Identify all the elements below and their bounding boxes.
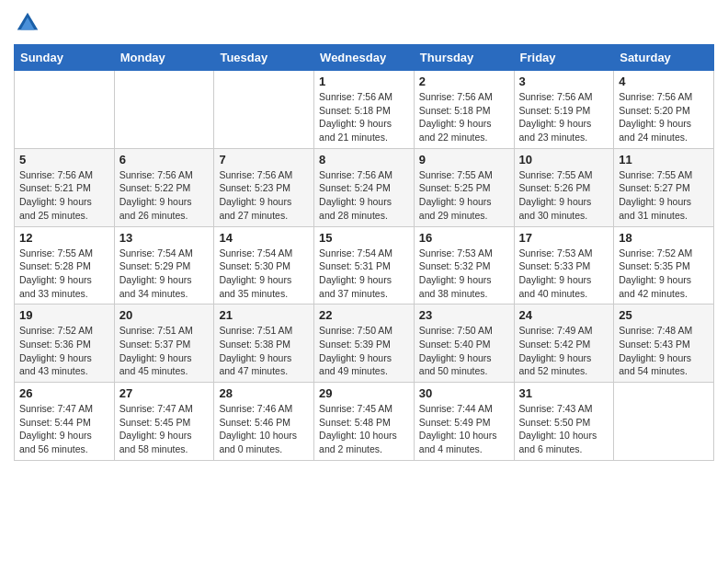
day-cell: 8Sunrise: 7:56 AM Sunset: 5:24 PM Daylig… [314, 148, 415, 226]
day-number: 12 [19, 231, 109, 245]
week-row-1: 1Sunrise: 7:56 AM Sunset: 5:18 PM Daylig… [15, 71, 714, 149]
day-info: Sunrise: 7:56 AM Sunset: 5:23 PM Dayligh… [219, 168, 309, 223]
day-cell: 31Sunrise: 7:43 AM Sunset: 5:50 PM Dayli… [514, 383, 614, 461]
day-number: 20 [119, 308, 210, 322]
day-info: Sunrise: 7:56 AM Sunset: 5:21 PM Dayligh… [19, 168, 109, 223]
weekday-header-monday: Monday [114, 45, 214, 71]
day-cell: 14Sunrise: 7:54 AM Sunset: 5:30 PM Dayli… [214, 226, 314, 304]
day-cell: 22Sunrise: 7:50 AM Sunset: 5:39 PM Dayli… [314, 304, 415, 383]
day-number: 23 [419, 308, 509, 322]
day-info: Sunrise: 7:56 AM Sunset: 5:18 PM Dayligh… [419, 90, 509, 144]
day-info: Sunrise: 7:51 AM Sunset: 5:37 PM Dayligh… [119, 324, 210, 378]
day-cell: 7Sunrise: 7:56 AM Sunset: 5:23 PM Daylig… [214, 148, 314, 226]
day-cell: 1Sunrise: 7:56 AM Sunset: 5:18 PM Daylig… [314, 71, 415, 149]
day-cell: 6Sunrise: 7:56 AM Sunset: 5:22 PM Daylig… [114, 148, 214, 226]
weekday-header-thursday: Thursday [414, 45, 514, 71]
weekday-header-wednesday: Wednesday [314, 45, 415, 71]
calendar: SundayMondayTuesdayWednesdayThursdayFrid… [14, 44, 714, 461]
weekday-header-tuesday: Tuesday [214, 45, 314, 71]
weekday-header-sunday: Sunday [15, 45, 115, 71]
logo [14, 9, 45, 37]
day-cell: 16Sunrise: 7:53 AM Sunset: 5:32 PM Dayli… [414, 226, 514, 304]
day-number: 10 [519, 153, 609, 167]
day-number: 26 [19, 386, 109, 400]
day-number: 7 [219, 153, 309, 167]
day-info: Sunrise: 7:43 AM Sunset: 5:50 PM Dayligh… [519, 402, 609, 456]
day-number: 31 [519, 386, 609, 400]
day-number: 24 [519, 308, 609, 322]
week-row-2: 5Sunrise: 7:56 AM Sunset: 5:21 PM Daylig… [15, 148, 714, 226]
weekday-header-friday: Friday [514, 45, 614, 71]
day-cell [114, 71, 214, 149]
day-info: Sunrise: 7:52 AM Sunset: 5:36 PM Dayligh… [19, 324, 109, 378]
day-cell: 10Sunrise: 7:55 AM Sunset: 5:26 PM Dayli… [514, 148, 614, 226]
day-info: Sunrise: 7:55 AM Sunset: 5:28 PM Dayligh… [19, 247, 109, 301]
day-number: 5 [19, 153, 109, 167]
day-cell [214, 71, 314, 149]
day-info: Sunrise: 7:44 AM Sunset: 5:49 PM Dayligh… [419, 402, 509, 456]
day-info: Sunrise: 7:48 AM Sunset: 5:43 PM Dayligh… [619, 324, 709, 378]
day-number: 17 [519, 231, 609, 245]
day-number: 19 [19, 308, 109, 322]
day-number: 2 [419, 75, 509, 88]
day-info: Sunrise: 7:56 AM Sunset: 5:18 PM Dayligh… [319, 90, 409, 144]
day-info: Sunrise: 7:45 AM Sunset: 5:48 PM Dayligh… [319, 402, 409, 456]
day-number: 11 [619, 153, 709, 167]
day-number: 30 [419, 386, 509, 400]
page: SundayMondayTuesdayWednesdayThursdayFrid… [0, 0, 728, 475]
day-number: 29 [319, 386, 409, 400]
day-cell [614, 383, 714, 461]
weekday-header-saturday: Saturday [614, 45, 714, 71]
day-info: Sunrise: 7:54 AM Sunset: 5:31 PM Dayligh… [319, 247, 409, 301]
day-info: Sunrise: 7:50 AM Sunset: 5:39 PM Dayligh… [319, 324, 409, 378]
day-cell: 13Sunrise: 7:54 AM Sunset: 5:29 PM Dayli… [114, 226, 214, 304]
logo-icon [14, 9, 41, 37]
day-info: Sunrise: 7:52 AM Sunset: 5:35 PM Dayligh… [619, 247, 709, 301]
day-cell: 11Sunrise: 7:55 AM Sunset: 5:27 PM Dayli… [614, 148, 714, 226]
day-info: Sunrise: 7:55 AM Sunset: 5:26 PM Dayligh… [519, 168, 609, 223]
day-number: 14 [219, 231, 309, 245]
day-cell: 26Sunrise: 7:47 AM Sunset: 5:44 PM Dayli… [15, 383, 115, 461]
day-number: 6 [119, 153, 210, 167]
day-number: 27 [119, 386, 210, 400]
day-info: Sunrise: 7:53 AM Sunset: 5:33 PM Dayligh… [519, 247, 609, 301]
day-info: Sunrise: 7:53 AM Sunset: 5:32 PM Dayligh… [419, 247, 509, 301]
day-cell: 29Sunrise: 7:45 AM Sunset: 5:48 PM Dayli… [314, 383, 415, 461]
day-cell: 2Sunrise: 7:56 AM Sunset: 5:18 PM Daylig… [414, 71, 514, 149]
day-cell: 19Sunrise: 7:52 AM Sunset: 5:36 PM Dayli… [15, 304, 115, 383]
week-row-5: 26Sunrise: 7:47 AM Sunset: 5:44 PM Dayli… [15, 383, 714, 461]
day-cell: 3Sunrise: 7:56 AM Sunset: 5:19 PM Daylig… [514, 71, 614, 149]
day-number: 15 [319, 231, 409, 245]
day-cell: 12Sunrise: 7:55 AM Sunset: 5:28 PM Dayli… [15, 226, 115, 304]
day-cell: 15Sunrise: 7:54 AM Sunset: 5:31 PM Dayli… [314, 226, 415, 304]
day-info: Sunrise: 7:56 AM Sunset: 5:20 PM Dayligh… [619, 90, 709, 144]
day-number: 8 [319, 153, 409, 167]
day-cell: 27Sunrise: 7:47 AM Sunset: 5:45 PM Dayli… [114, 383, 214, 461]
day-cell: 28Sunrise: 7:46 AM Sunset: 5:46 PM Dayli… [214, 383, 314, 461]
day-number: 25 [619, 308, 709, 322]
day-number: 18 [619, 231, 709, 245]
day-cell: 21Sunrise: 7:51 AM Sunset: 5:38 PM Dayli… [214, 304, 314, 383]
day-number: 16 [419, 231, 509, 245]
weekday-header-row: SundayMondayTuesdayWednesdayThursdayFrid… [15, 45, 714, 71]
day-cell: 17Sunrise: 7:53 AM Sunset: 5:33 PM Dayli… [514, 226, 614, 304]
day-cell [15, 71, 115, 149]
day-info: Sunrise: 7:56 AM Sunset: 5:22 PM Dayligh… [119, 168, 210, 223]
day-cell: 9Sunrise: 7:55 AM Sunset: 5:25 PM Daylig… [414, 148, 514, 226]
day-info: Sunrise: 7:46 AM Sunset: 5:46 PM Dayligh… [219, 402, 309, 456]
day-info: Sunrise: 7:47 AM Sunset: 5:45 PM Dayligh… [119, 402, 210, 456]
day-cell: 25Sunrise: 7:48 AM Sunset: 5:43 PM Dayli… [614, 304, 714, 383]
header [14, 9, 714, 37]
day-cell: 24Sunrise: 7:49 AM Sunset: 5:42 PM Dayli… [514, 304, 614, 383]
day-number: 4 [619, 75, 709, 88]
day-info: Sunrise: 7:55 AM Sunset: 5:25 PM Dayligh… [419, 168, 509, 223]
day-cell: 30Sunrise: 7:44 AM Sunset: 5:49 PM Dayli… [414, 383, 514, 461]
day-cell: 5Sunrise: 7:56 AM Sunset: 5:21 PM Daylig… [15, 148, 115, 226]
day-info: Sunrise: 7:47 AM Sunset: 5:44 PM Dayligh… [19, 402, 109, 456]
week-row-4: 19Sunrise: 7:52 AM Sunset: 5:36 PM Dayli… [15, 304, 714, 383]
day-info: Sunrise: 7:55 AM Sunset: 5:27 PM Dayligh… [619, 168, 709, 223]
day-info: Sunrise: 7:54 AM Sunset: 5:29 PM Dayligh… [119, 247, 210, 301]
week-row-3: 12Sunrise: 7:55 AM Sunset: 5:28 PM Dayli… [15, 226, 714, 304]
day-info: Sunrise: 7:56 AM Sunset: 5:24 PM Dayligh… [319, 168, 409, 223]
day-cell: 18Sunrise: 7:52 AM Sunset: 5:35 PM Dayli… [614, 226, 714, 304]
